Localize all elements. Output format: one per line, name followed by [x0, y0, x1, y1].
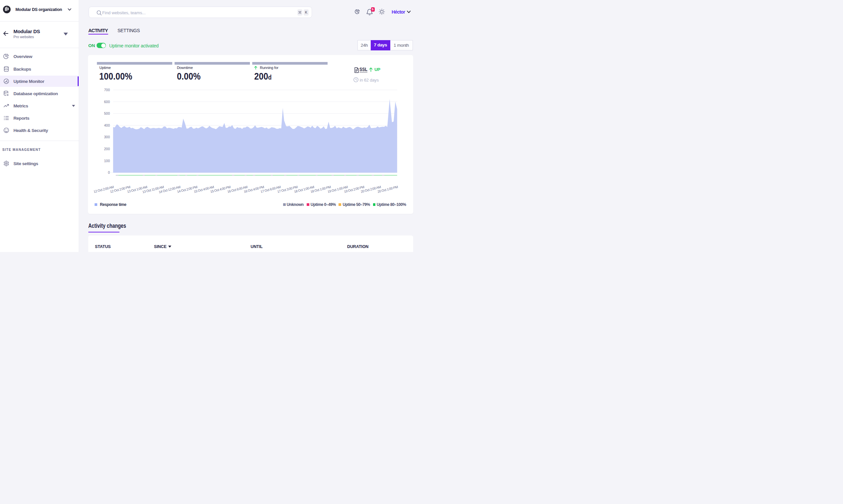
svg-text:100: 100 — [104, 159, 110, 163]
svg-text:200: 200 — [104, 147, 110, 151]
svg-text:300: 300 — [104, 135, 110, 139]
svg-text:700: 700 — [104, 88, 110, 92]
svg-text:400: 400 — [104, 123, 110, 127]
svg-text:0: 0 — [108, 170, 110, 175]
svg-text:600: 600 — [104, 100, 110, 104]
svg-text:500: 500 — [104, 111, 110, 115]
